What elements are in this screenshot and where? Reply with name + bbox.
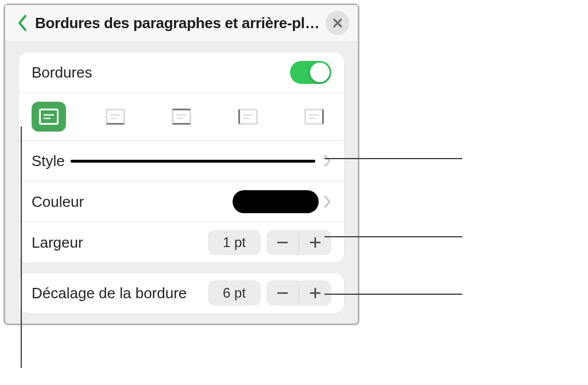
label-style: Style <box>32 152 65 170</box>
callout-line <box>21 126 22 368</box>
chevron-left-icon <box>17 15 29 31</box>
back-button[interactable] <box>13 13 33 33</box>
border-top-bottom-icon <box>172 109 191 125</box>
offset-value: 6 pt <box>208 280 261 306</box>
label-offset: Décalage de la bordure <box>32 284 187 302</box>
row-color[interactable]: Couleur <box>19 182 344 222</box>
minus-icon <box>276 236 289 249</box>
border-pos-box[interactable] <box>32 102 66 132</box>
svg-rect-12 <box>239 110 257 124</box>
width-increment-button[interactable] <box>299 230 331 255</box>
callout-line <box>324 294 462 295</box>
row-style[interactable]: Style <box>19 141 344 182</box>
width-stepper <box>266 230 331 255</box>
panel-title: Bordures des paragraphes et arrière-plan… <box>33 14 326 32</box>
group-borders: Bordures <box>19 52 344 263</box>
border-right-icon <box>304 109 324 125</box>
svg-rect-7 <box>173 110 191 124</box>
close-button[interactable] <box>326 11 350 35</box>
offset-increment-button[interactable] <box>299 280 331 306</box>
svg-rect-16 <box>305 110 323 124</box>
row-width: Largeur 1 pt <box>19 222 344 263</box>
plus-icon <box>309 287 322 299</box>
border-box-icon <box>39 109 59 125</box>
svg-rect-0 <box>40 110 58 124</box>
minus-icon <box>276 287 289 299</box>
row-offset: Décalage de la bordure 6 pt <box>19 273 344 313</box>
chevron-right-icon <box>323 195 331 208</box>
border-pos-bottom[interactable] <box>98 102 133 132</box>
label-color: Couleur <box>32 193 84 211</box>
panel-borders-and-backgrounds: Bordures des paragraphes et arrière-plan… <box>3 3 359 325</box>
offset-decrement-button[interactable] <box>266 280 299 306</box>
callout-line <box>324 236 462 237</box>
row-borders-toggle: Bordures <box>19 52 344 93</box>
svg-rect-3 <box>106 110 124 124</box>
label-width: Largeur <box>32 234 83 252</box>
border-pos-left[interactable] <box>231 102 265 132</box>
group-offset: Décalage de la bordure 6 pt <box>19 273 344 313</box>
toggle-knob <box>310 63 330 82</box>
close-icon <box>332 18 343 28</box>
color-swatch <box>233 190 319 213</box>
width-value: 1 pt <box>208 230 261 255</box>
border-pos-top-bottom[interactable] <box>164 102 199 132</box>
toggle-borders[interactable] <box>290 61 331 84</box>
width-decrement-button[interactable] <box>266 230 299 255</box>
row-border-position <box>19 93 344 141</box>
chevron-right-icon <box>323 155 331 167</box>
plus-icon <box>309 236 322 249</box>
label-borders: Bordures <box>32 64 92 82</box>
border-pos-right[interactable] <box>297 102 331 132</box>
border-left-icon <box>238 109 258 125</box>
style-preview-line <box>71 160 315 163</box>
border-bottom-icon <box>106 109 125 125</box>
callout-line <box>324 158 462 159</box>
titlebar: Bordures des paragraphes et arrière-plan… <box>5 5 358 41</box>
offset-stepper <box>266 280 331 306</box>
